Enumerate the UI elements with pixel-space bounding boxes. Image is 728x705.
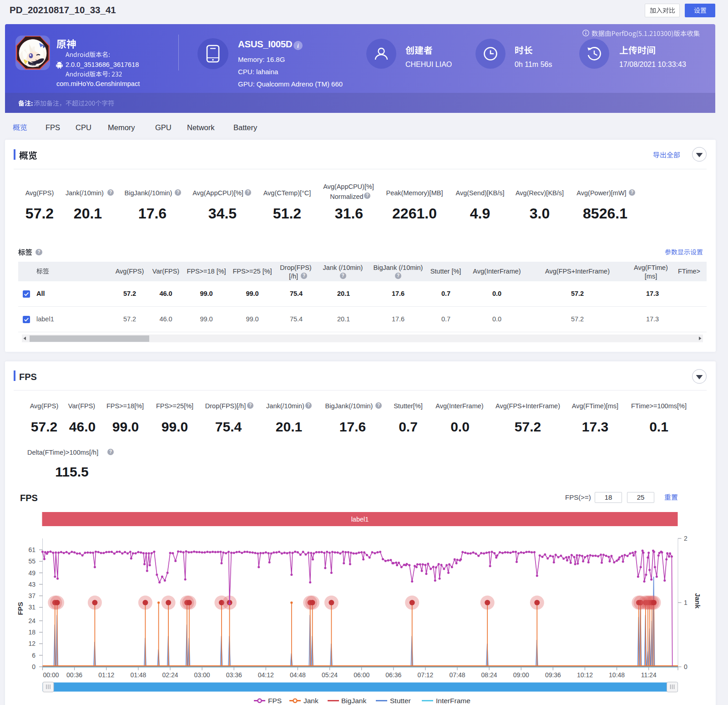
svg-text:03:36: 03:36 [226, 671, 242, 679]
svg-text:00:36: 00:36 [66, 671, 82, 679]
svg-text:05:24: 05:24 [322, 671, 338, 679]
svg-text:00:00: 00:00 [43, 671, 59, 679]
svg-text:06:36: 06:36 [385, 671, 401, 679]
svg-text:01:12: 01:12 [98, 671, 114, 679]
svg-text:03:00: 03:00 [194, 671, 210, 679]
svg-text:02:24: 02:24 [162, 671, 178, 679]
svg-text:08:24: 08:24 [481, 671, 497, 679]
svg-text:49: 49 [28, 569, 35, 577]
svg-text:31: 31 [28, 604, 35, 611]
svg-text:InterFrame: InterFrame [436, 697, 470, 705]
svg-text:10:48: 10:48 [609, 671, 625, 679]
svg-text:Jank: Jank [303, 697, 318, 705]
svg-text:55: 55 [28, 558, 35, 565]
svg-text:0: 0 [684, 663, 688, 670]
svg-text:43: 43 [28, 581, 35, 588]
svg-text:10:12: 10:12 [577, 671, 593, 679]
svg-text:04:48: 04:48 [290, 671, 306, 679]
svg-text:06:00: 06:00 [354, 671, 369, 679]
svg-text:FPS: FPS [268, 697, 282, 705]
svg-text:12: 12 [28, 640, 35, 647]
svg-text:2: 2 [684, 535, 688, 542]
svg-text:07:48: 07:48 [449, 671, 465, 679]
svg-text:07:12: 07:12 [417, 671, 433, 679]
svg-text:18: 18 [28, 629, 35, 636]
svg-text:09:00: 09:00 [513, 671, 529, 679]
svg-text:BigJank: BigJank [341, 697, 366, 705]
svg-text:01:48: 01:48 [130, 671, 146, 679]
svg-text:09:36: 09:36 [545, 671, 561, 679]
svg-text:1: 1 [684, 599, 688, 606]
svg-text:37: 37 [28, 592, 35, 599]
svg-text:label1: label1 [351, 516, 369, 523]
svg-text:FPS: FPS [16, 602, 24, 615]
svg-text:61: 61 [28, 546, 35, 553]
svg-text:04:12: 04:12 [258, 671, 274, 679]
svg-text:0: 0 [32, 663, 35, 670]
svg-text:24: 24 [28, 617, 35, 624]
svg-text:Jank: Jank [694, 593, 702, 609]
svg-text:11:24: 11:24 [641, 671, 657, 679]
svg-text:Stutter: Stutter [390, 697, 411, 705]
svg-text:6: 6 [32, 652, 35, 659]
